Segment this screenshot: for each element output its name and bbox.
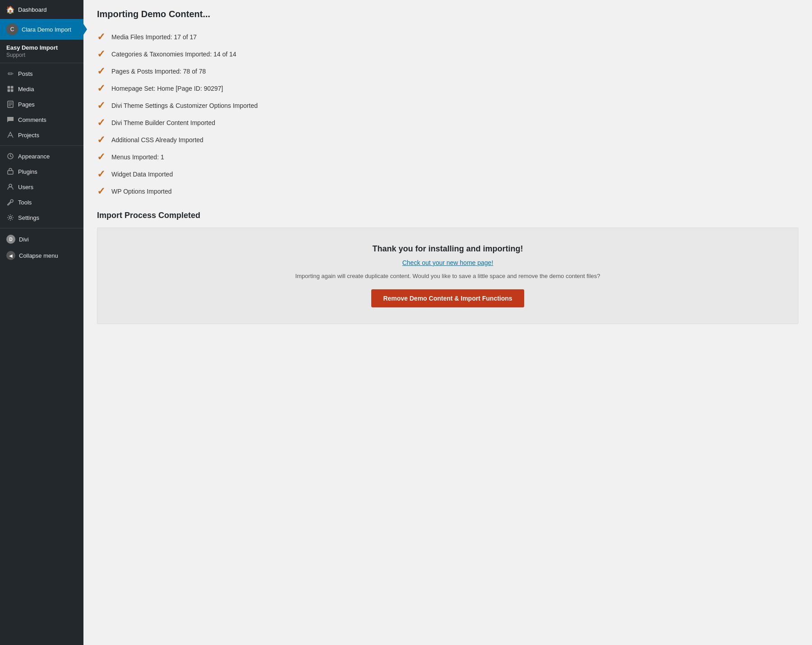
sidebar-item-tools[interactable]: Tools: [0, 195, 83, 210]
import-list-item: ✓Divi Theme Settings & Customizer Option…: [97, 97, 798, 114]
checkmark-icon: ✓: [97, 152, 105, 162]
svg-rect-0: [8, 86, 10, 89]
collapse-icon: ◀: [6, 251, 15, 260]
divi-label: Divi: [19, 236, 29, 243]
sidebar-item-pages[interactable]: Pages: [0, 97, 83, 112]
sidebar-item-clara-demo-import[interactable]: C Clara Demo Import: [0, 19, 83, 40]
checkmark-icon: ✓: [97, 118, 105, 128]
import-item-text: Additional CSS Already Imported: [111, 136, 203, 144]
svg-rect-2: [8, 89, 10, 92]
projects-label: Projects: [18, 132, 39, 139]
support-link[interactable]: Support: [6, 52, 77, 58]
svg-rect-3: [11, 89, 14, 92]
users-label: Users: [18, 184, 33, 190]
completion-box-title: Thank you for installing and importing!: [111, 244, 784, 254]
svg-point-10: [9, 184, 12, 187]
sidebar: 🏠 Dashboard C Clara Demo Import Easy Dem…: [0, 0, 83, 645]
svg-rect-9: [8, 171, 13, 174]
import-item-text: Categories & Taxonomies Imported: 14 of …: [111, 51, 236, 58]
settings-icon: [6, 213, 14, 222]
easy-demo-import-title: Easy Demo Import: [6, 44, 77, 51]
plugins-label: Plugins: [18, 168, 37, 175]
checkmark-icon: ✓: [97, 135, 105, 145]
pages-icon: [6, 100, 14, 108]
import-item-text: Divi Theme Builder Content Imported: [111, 119, 215, 126]
checkmark-icon: ✓: [97, 169, 105, 179]
checkmark-icon: ✓: [97, 84, 105, 93]
svg-rect-1: [11, 86, 14, 89]
sidebar-item-collapse[interactable]: ◀ Collapse menu: [0, 247, 83, 264]
dashboard-label: Dashboard: [18, 6, 47, 13]
page-title: Importing Demo Content...: [97, 9, 798, 19]
easy-demo-import-section: Easy Demo Import Support: [0, 40, 83, 60]
posts-icon: ✏: [6, 70, 14, 78]
sidebar-item-media[interactable]: Media: [0, 81, 83, 97]
avatar: C: [6, 23, 18, 35]
posts-label: Posts: [18, 70, 33, 77]
sidebar-item-divi[interactable]: D Divi: [0, 231, 83, 247]
sidebar-item-settings[interactable]: Settings: [0, 210, 83, 225]
settings-label: Settings: [18, 214, 39, 221]
tools-label: Tools: [18, 199, 32, 206]
tools-icon: [6, 198, 14, 206]
sidebar-item-posts[interactable]: ✏ Posts: [0, 66, 83, 81]
comments-icon: [6, 116, 14, 124]
import-list-item: ✓Divi Theme Builder Content Imported: [97, 114, 798, 131]
checkmark-icon: ✓: [97, 49, 105, 59]
import-list-item: ✓Menus Imported: 1: [97, 148, 798, 166]
divider-1: [0, 63, 83, 63]
divi-icon: D: [6, 235, 15, 244]
import-list-item: ✓Additional CSS Already Imported: [97, 131, 798, 148]
projects-icon: [6, 131, 14, 139]
import-item-text: WP Options Imported: [111, 188, 172, 195]
plugins-icon: [6, 167, 14, 176]
checkmark-icon: ✓: [97, 186, 105, 196]
appearance-label: Appearance: [18, 153, 50, 160]
dashboard-icon: 🏠: [6, 5, 14, 14]
import-list-item: ✓Pages & Posts Imported: 78 of 78: [97, 63, 798, 80]
import-item-text: Homepage Set: Home [Page ID: 90297]: [111, 85, 223, 92]
import-item-text: Divi Theme Settings & Customizer Options…: [111, 102, 258, 109]
checkmark-icon: ✓: [97, 101, 105, 111]
pages-label: Pages: [18, 101, 35, 108]
import-list-item: ✓WP Options Imported: [97, 183, 798, 200]
media-label: Media: [18, 86, 34, 93]
import-complete-title: Import Process Completed: [97, 211, 798, 220]
import-item-text: Media Files Imported: 17 of 17: [111, 33, 197, 41]
sidebar-item-users[interactable]: Users: [0, 179, 83, 195]
remove-demo-button[interactable]: Remove Demo Content & Import Functions: [371, 289, 524, 307]
completion-box-description: Importing again will create duplicate co…: [111, 273, 784, 279]
import-item-text: Menus Imported: 1: [111, 153, 164, 161]
main-content: Importing Demo Content... ✓Media Files I…: [83, 0, 812, 645]
import-item-text: Pages & Posts Imported: 78 of 78: [111, 68, 206, 75]
import-item-text: Widget Data Imported: [111, 171, 173, 178]
collapse-label: Collapse menu: [19, 252, 58, 259]
sidebar-item-comments[interactable]: Comments: [0, 112, 83, 127]
svg-point-11: [9, 217, 12, 219]
import-list-item: ✓Homepage Set: Home [Page ID: 90297]: [97, 80, 798, 97]
divider-3: [0, 228, 83, 228]
completion-box: Thank you for installing and importing! …: [97, 227, 798, 324]
comments-label: Comments: [18, 116, 46, 123]
active-item-label: Clara Demo Import: [22, 26, 71, 33]
users-icon: [6, 183, 14, 191]
home-page-link[interactable]: Check out your new home page!: [111, 259, 784, 266]
appearance-icon: [6, 152, 14, 160]
sidebar-item-projects[interactable]: Projects: [0, 127, 83, 143]
checkmark-icon: ✓: [97, 32, 105, 42]
import-list: ✓Media Files Imported: 17 of 17✓Categori…: [97, 28, 798, 200]
checkmark-icon: ✓: [97, 66, 105, 76]
sidebar-item-dashboard[interactable]: 🏠 Dashboard: [0, 0, 83, 19]
import-list-item: ✓Media Files Imported: 17 of 17: [97, 28, 798, 46]
import-list-item: ✓Widget Data Imported: [97, 166, 798, 183]
media-icon: [6, 85, 14, 93]
sidebar-item-plugins[interactable]: Plugins: [0, 164, 83, 179]
divider-2: [0, 145, 83, 146]
import-list-item: ✓Categories & Taxonomies Imported: 14 of…: [97, 46, 798, 63]
sidebar-item-appearance[interactable]: Appearance: [0, 148, 83, 164]
